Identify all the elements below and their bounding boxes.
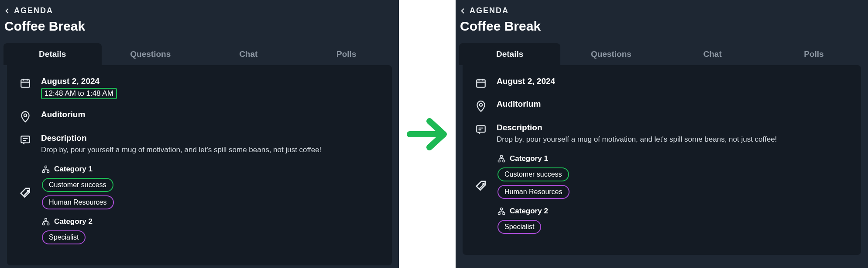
description-icon [475,124,487,135]
chevron-left-icon [4,8,10,14]
svg-point-1 [24,114,27,117]
category-2-label: Category 2 [54,217,93,226]
tab-details[interactable]: Details [459,43,560,65]
category-2-group: Category 2 Specialist [497,207,849,234]
back-to-agenda[interactable]: AGENDA [4,6,53,15]
description-icon [19,134,31,146]
panel-after: AGENDA Coffee Break Details Questions Ch… [456,0,868,268]
svg-rect-16 [503,160,505,162]
hierarchy-icon [497,155,505,163]
tabs: Details Questions Chat Polls [3,43,395,65]
hierarchy-icon [42,218,50,226]
category-1-group: Category 1 Customer success Human Resour… [42,165,380,209]
svg-rect-17 [501,208,503,210]
date-value: August 2, 2024 [497,77,849,86]
hierarchy-icon [497,207,505,215]
svg-rect-14 [501,156,503,158]
pill-human-resources[interactable]: Human Resources [497,185,570,199]
category-2-label: Category 2 [510,207,548,216]
description-text: Drop by, pour yourself a mug of motivati… [41,146,380,154]
location-value: Auditorium [497,99,849,109]
arrow-right-icon [405,112,449,156]
description-row: Description Drop by, pour yourself a mug… [19,133,380,154]
pill-specialist[interactable]: Specialist [42,230,86,244]
description-label: Description [497,123,849,132]
pill-human-resources[interactable]: Human Resources [42,195,114,209]
tab-chat[interactable]: Chat [662,43,763,65]
hierarchy-icon [42,165,50,173]
description-row: Description Drop by, pour yourself a mug… [475,123,849,144]
category-1-label: Category 1 [510,154,548,163]
tab-questions[interactable]: Questions [560,43,662,65]
pill-customer-success[interactable]: Customer success [497,167,569,181]
time-range-highlighted: 12:48 AM to 1:48 AM [41,88,117,99]
details-content: August 2, 2024 12:48 AM to 1:48 AM Audit… [7,65,392,265]
chevron-left-icon [460,8,465,14]
svg-rect-8 [43,223,45,225]
category-2-group: Category 2 Specialist [42,217,380,244]
description-label: Description [41,133,380,143]
svg-rect-5 [43,171,45,173]
svg-rect-15 [498,160,501,162]
location-row: Auditorium [475,99,849,112]
tag-icon [19,187,32,200]
svg-rect-6 [47,171,49,173]
location-row: Auditorium [19,110,380,123]
svg-rect-2 [21,136,30,143]
category-1-group: Category 1 Customer success Human Resour… [497,154,849,199]
categories-block: Category 1 Customer success Human Resour… [19,165,380,252]
svg-rect-19 [503,212,505,215]
svg-rect-18 [498,212,501,215]
page-title: Coffee Break [4,19,395,34]
svg-rect-10 [477,80,485,87]
transition-gap [399,0,456,268]
location-value: Auditorium [41,110,380,119]
header: AGENDA Coffee Break [456,0,868,39]
location-pin-icon [19,111,31,123]
location-pin-icon [475,100,487,112]
page-title: Coffee Break [460,19,864,34]
calendar-icon [19,77,31,89]
tabs: Details Questions Chat Polls [459,43,865,65]
tab-chat[interactable]: Chat [199,43,298,65]
tab-questions[interactable]: Questions [102,43,200,65]
tab-polls[interactable]: Polls [763,43,865,65]
back-to-agenda[interactable]: AGENDA [460,6,509,15]
calendar-icon [475,77,487,89]
tag-icon [475,180,488,193]
tab-polls[interactable]: Polls [298,43,396,65]
back-label: AGENDA [470,6,509,15]
description-text: Drop by, pour yourself a mug of motivati… [497,135,849,144]
categories-block: Category 1 Customer success Human Resour… [475,154,849,242]
tab-details[interactable]: Details [3,43,102,65]
svg-rect-7 [45,219,47,221]
pill-specialist[interactable]: Specialist [497,220,541,234]
pill-customer-success[interactable]: Customer success [42,178,113,192]
category-1-label: Category 1 [54,165,93,174]
date-value: August 2, 2024 [41,77,380,86]
header: AGENDA Coffee Break [0,0,399,39]
panel-before: AGENDA Coffee Break Details Questions Ch… [0,0,399,268]
date-row: August 2, 2024 [475,77,849,89]
details-content: August 2, 2024 Auditorium [463,65,861,255]
svg-point-11 [480,104,482,106]
svg-rect-0 [21,80,30,87]
svg-rect-12 [477,125,485,132]
back-label: AGENDA [14,6,53,15]
date-row: August 2, 2024 12:48 AM to 1:48 AM [19,77,380,99]
svg-rect-4 [45,166,47,168]
svg-rect-9 [47,223,49,225]
